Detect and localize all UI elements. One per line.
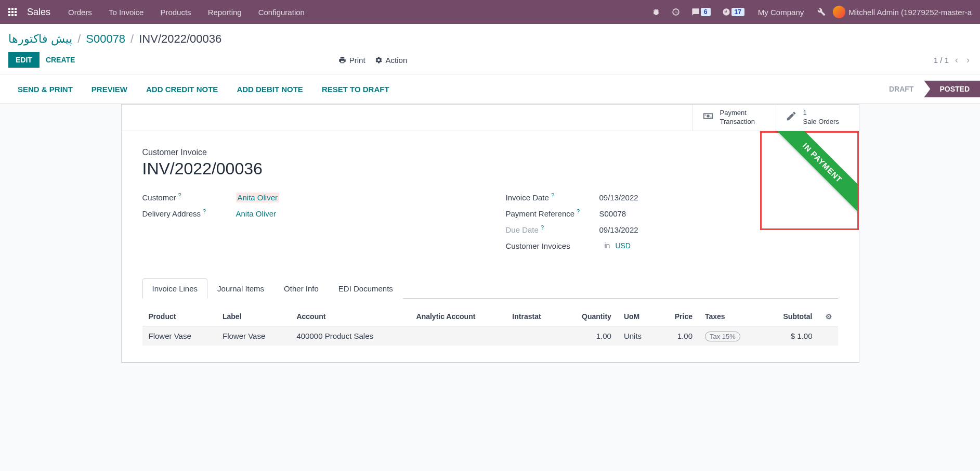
money-icon [702, 110, 714, 125]
payment-ref-label: Payment Reference? [506, 209, 599, 218]
breadcrumb: پیش فاکتورها / S00078 / INV/2022/00036 [8, 32, 221, 46]
tab-invoice-lines[interactable]: Invoice Lines [142, 278, 208, 299]
topbar: Sales Orders To Invoice Products Reporti… [0, 0, 980, 24]
payment-ref-value: S00078 [599, 209, 626, 218]
credit-note-button[interactable]: ADD CREDIT NOTE [137, 85, 227, 94]
gear-icon [375, 56, 383, 64]
table-row[interactable]: Flower Vase Flower Vase 400000 Product S… [142, 326, 838, 346]
invoice-date-value: 09/13/2022 [599, 193, 638, 202]
delivery-value[interactable]: Anita Oliver [236, 209, 277, 218]
edit-note-icon [786, 110, 797, 125]
payment-transaction-button[interactable]: Payment Transaction [692, 105, 776, 131]
customer-label: Customer? [142, 193, 236, 202]
nav-configuration[interactable]: Configuration [251, 0, 312, 24]
create-button[interactable]: CREATE [46, 56, 75, 64]
columns-settings-icon[interactable]: ⚙ [824, 313, 832, 320]
th-account[interactable]: Account [290, 307, 410, 326]
nav-orders[interactable]: Orders [61, 0, 99, 24]
edit-button[interactable]: EDIT [8, 52, 40, 68]
nav-to-invoice[interactable]: To Invoice [101, 0, 151, 24]
th-product[interactable]: Product [142, 307, 216, 326]
help-icon[interactable]: ? [577, 208, 580, 214]
reset-draft-button[interactable]: RESET TO DRAFT [312, 85, 399, 94]
th-price[interactable]: Price [658, 307, 699, 326]
support-icon[interactable] [668, 8, 684, 16]
pager-text: 1 / 1 [934, 56, 949, 65]
pager: 1 / 1 ‹ › [934, 53, 972, 68]
pager-prev-icon[interactable]: ‹ [953, 53, 960, 68]
journal-value: Customer Invoices [506, 241, 570, 250]
tab-edi-documents[interactable]: EDI Documents [329, 278, 403, 299]
breadcrumb-root[interactable]: پیش فاکتورها [8, 32, 72, 46]
help-icon[interactable]: ? [203, 208, 206, 214]
status-stages: DRAFT POSTED [879, 81, 980, 97]
breadcrumb-current: INV/2022/00036 [139, 32, 221, 46]
tabs: Invoice Lines Journal Items Other Info E… [142, 278, 838, 299]
help-icon[interactable]: ? [551, 192, 554, 198]
app-brand[interactable]: Sales [23, 7, 59, 18]
th-quantity[interactable]: Quantity [561, 307, 618, 326]
print-icon [338, 56, 346, 64]
send-print-button[interactable]: SEND & PRINT [8, 85, 82, 94]
th-taxes[interactable]: Taxes [699, 307, 763, 326]
apps-menu-icon[interactable] [4, 4, 21, 20]
avatar [833, 6, 845, 18]
control-panel: پیش فاکتورها / S00078 / INV/2022/00036 E… [0, 24, 980, 104]
help-icon[interactable]: ? [178, 192, 181, 198]
delivery-label: Delivery Address? [142, 209, 236, 218]
th-uom[interactable]: UoM [618, 307, 658, 326]
activities-icon[interactable]: 17 [718, 8, 749, 16]
button-box: Payment Transaction 1 Sale Orders [122, 105, 859, 131]
messages-badge: 6 [701, 8, 711, 16]
doc-type-label: Customer Invoice [142, 148, 838, 157]
pager-next-icon[interactable]: › [964, 53, 972, 68]
stage-posted[interactable]: POSTED [924, 81, 980, 97]
th-subtotal[interactable]: Subtotal [763, 307, 818, 326]
th-label[interactable]: Label [216, 307, 290, 326]
th-analytic[interactable]: Analytic Account [410, 307, 506, 326]
currency-value[interactable]: USD [615, 241, 631, 250]
doc-title: INV/2022/00036 [142, 159, 838, 179]
breadcrumb-parent[interactable]: S00078 [86, 32, 125, 46]
user-menu[interactable]: Mitchell Admin (19279252-master-a [833, 6, 976, 18]
customer-value[interactable]: Anita Oliver [236, 193, 280, 202]
bug-icon[interactable] [648, 8, 664, 16]
nav-reporting[interactable]: Reporting [201, 0, 249, 24]
user-name: Mitchell Admin (19279252-master-a [848, 8, 972, 17]
th-intrastat[interactable]: Intrastat [506, 307, 561, 326]
due-date-label: Due Date? [506, 225, 599, 234]
action-button[interactable]: Action [375, 56, 408, 65]
messages-icon[interactable]: 6 [687, 8, 715, 16]
stage-draft[interactable]: DRAFT [879, 81, 924, 97]
preview-button[interactable]: PREVIEW [82, 85, 137, 94]
due-date-value: 09/13/2022 [599, 225, 638, 234]
tax-badge: Tax 15% [705, 332, 740, 341]
tools-icon[interactable] [813, 8, 830, 16]
form-sheet: Payment Transaction 1 Sale Orders IN PAY… [121, 104, 859, 363]
help-icon[interactable]: ? [541, 224, 544, 231]
print-button[interactable]: Print [338, 56, 365, 65]
tab-journal-items[interactable]: Journal Items [207, 278, 274, 299]
invoice-date-label: Invoice Date? [506, 193, 599, 202]
sale-orders-button[interactable]: 1 Sale Orders [776, 105, 859, 131]
tab-other-info[interactable]: Other Info [274, 278, 329, 299]
debit-note-button[interactable]: ADD DEBIT NOTE [227, 85, 312, 94]
activities-badge: 17 [731, 8, 744, 16]
company-name[interactable]: My Company [752, 8, 810, 17]
invoice-lines-table: Product Label Account Analytic Account I… [142, 307, 838, 346]
nav-products[interactable]: Products [153, 0, 198, 24]
